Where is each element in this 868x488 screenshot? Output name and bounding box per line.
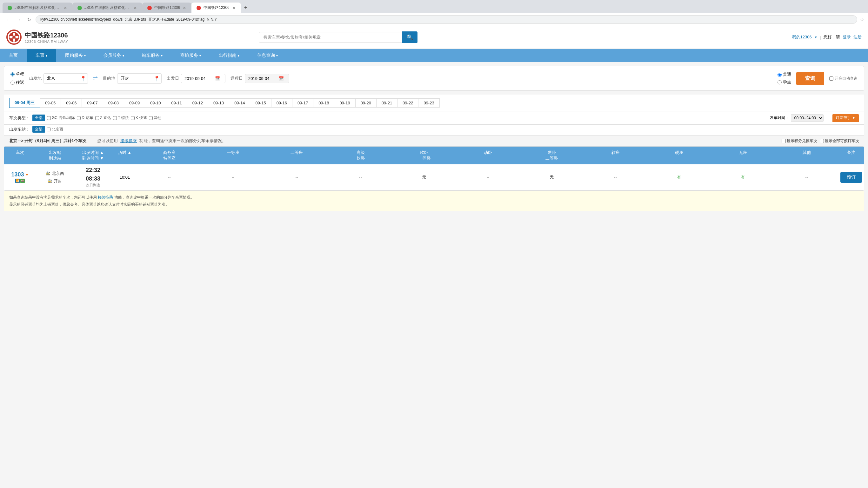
url-field[interactable]: kyfw.12306.cn/otn/leftTicket/init?linkty… bbox=[36, 15, 857, 24]
train-type-k[interactable]: K-快速 bbox=[131, 115, 147, 121]
student-ticket-label: 学生 bbox=[783, 79, 791, 85]
header-search-input[interactable] bbox=[259, 32, 402, 42]
train-number-link[interactable]: 1303 bbox=[11, 171, 24, 178]
transfer-link[interactable]: 接续换乘 bbox=[120, 138, 137, 144]
to-input-wrapper[interactable]: 📍 bbox=[117, 73, 162, 84]
date-tab-9[interactable]: 09-13 bbox=[208, 98, 229, 107]
train-type-z[interactable]: Z-直达 bbox=[95, 115, 111, 121]
date-tab-18[interactable]: 09-22 bbox=[397, 98, 418, 107]
tab-2[interactable]: JSON在线解析及格式化验证 - J... ✕ bbox=[72, 3, 142, 13]
train-type-other[interactable]: 其他 bbox=[149, 115, 161, 121]
back-button[interactable]: ← bbox=[4, 17, 12, 23]
date-tab-19[interactable]: 09-23 bbox=[418, 98, 439, 107]
station-beijing-west[interactable]: 北京西 bbox=[47, 127, 63, 132]
book-cell: 预订 bbox=[838, 169, 864, 185]
train-type-all[interactable]: 全部 bbox=[32, 115, 45, 121]
login-link[interactable]: 登录 bbox=[843, 34, 851, 40]
nav-station[interactable]: 站车服务 ▾ bbox=[133, 49, 172, 62]
depart-date-input[interactable]: 📅 bbox=[181, 74, 225, 83]
nav-group-label: 团购服务 bbox=[65, 53, 83, 58]
register-link[interactable]: 注册 bbox=[854, 34, 862, 40]
th-soft-sleeper-text: 软卧一等卧 bbox=[418, 150, 431, 161]
new-tab-button[interactable]: + bbox=[241, 3, 251, 13]
tab-close-3[interactable]: ✕ bbox=[183, 5, 186, 10]
forward-button[interactable]: → bbox=[14, 17, 23, 23]
date-tab-15[interactable]: 09-19 bbox=[334, 98, 355, 107]
tab-title-4: 中国铁路12306 bbox=[204, 5, 229, 10]
to-label: 目的地 bbox=[103, 75, 115, 81]
round-trip-option[interactable]: 往返 bbox=[10, 79, 24, 85]
tab-1[interactable]: JSON在线解析及格式化验证 - J... ✕ bbox=[3, 3, 72, 13]
refresh-button[interactable]: ↻ bbox=[25, 17, 33, 23]
train-type-gc[interactable]: GC-高铁/城际 bbox=[47, 115, 75, 121]
return-calendar-icon[interactable]: 📅 bbox=[279, 76, 284, 81]
nav-home[interactable]: 首页 bbox=[0, 49, 27, 62]
book-button[interactable]: 预订 bbox=[840, 172, 862, 183]
single-trip-option[interactable]: 单程 bbox=[10, 71, 24, 77]
return-date-value[interactable] bbox=[248, 76, 277, 81]
header-search-button[interactable]: 🔍 bbox=[402, 31, 417, 43]
query-button[interactable]: 查询 bbox=[796, 72, 824, 85]
nav-group[interactable]: 团购服务 ▾ bbox=[56, 49, 95, 62]
tab-4[interactable]: 中国铁路12306 ✕ bbox=[191, 3, 241, 13]
nav-guide-label: 出行指南 bbox=[219, 53, 237, 58]
student-ticket-radio[interactable] bbox=[777, 80, 782, 85]
return-date-input[interactable]: 📅 bbox=[245, 74, 289, 83]
date-tab-10[interactable]: 09-14 bbox=[229, 98, 250, 107]
time-range-select[interactable]: 00:00--24:00 bbox=[791, 114, 824, 122]
tab-3[interactable]: 中国铁路12306 ✕ bbox=[142, 3, 191, 13]
th-business-seat-text: 商务座特等座 bbox=[163, 150, 176, 161]
nav-info[interactable]: 信息查询 ▾ bbox=[248, 49, 287, 62]
show-points-label[interactable]: 显示积分兑换车次 bbox=[782, 138, 817, 144]
date-tab-14[interactable]: 09-18 bbox=[313, 98, 334, 107]
bookmark-icon[interactable]: ☆ bbox=[860, 17, 864, 23]
single-trip-radio[interactable] bbox=[10, 72, 14, 76]
date-tab-17[interactable]: 09-21 bbox=[376, 98, 398, 107]
train-type-t[interactable]: T-特快 bbox=[113, 115, 129, 121]
station-all[interactable]: 全部 bbox=[32, 126, 45, 133]
date-tab-2[interactable]: 09-06 bbox=[61, 98, 82, 107]
tab-close-1[interactable]: ✕ bbox=[63, 5, 67, 10]
th-premium-soft: 高级软卧 bbox=[329, 147, 393, 164]
date-tab-7[interactable]: 09-11 bbox=[166, 98, 187, 107]
date-tab-4[interactable]: 09-08 bbox=[103, 98, 124, 107]
date-tab-11[interactable]: 09-15 bbox=[250, 98, 271, 107]
date-tab-8[interactable]: 09-12 bbox=[187, 98, 208, 107]
booking-helper-button[interactable]: 订票帮手 ▼ bbox=[832, 114, 859, 122]
auto-query-checkbox[interactable] bbox=[829, 76, 833, 80]
student-ticket-option[interactable]: 学生 bbox=[777, 79, 791, 85]
nav-business[interactable]: 商旅服务 ▾ bbox=[172, 49, 210, 62]
date-tab-16[interactable]: 09-20 bbox=[355, 98, 376, 107]
train-expand-arrow[interactable]: ▼ bbox=[25, 173, 29, 177]
date-tab-3[interactable]: 09-07 bbox=[82, 98, 103, 107]
exchange-icon[interactable]: ⇌ bbox=[93, 75, 98, 82]
my-account-link[interactable]: 我的12306 bbox=[792, 34, 812, 40]
normal-ticket-option[interactable]: 普通 bbox=[777, 72, 791, 77]
th-no-seat: 无座 bbox=[711, 147, 775, 164]
date-tab-5[interactable]: 09-09 bbox=[124, 98, 145, 107]
from-input[interactable] bbox=[47, 76, 79, 81]
tab-close-4[interactable]: ✕ bbox=[232, 5, 236, 10]
hard-seat-cell: 有 bbox=[647, 172, 711, 183]
nav-member[interactable]: 会员服务 ▾ bbox=[95, 49, 133, 62]
depart-date-value[interactable] bbox=[184, 76, 213, 81]
to-input[interactable] bbox=[121, 76, 152, 81]
no-seat-cell: 有 bbox=[711, 172, 775, 183]
date-tab-6[interactable]: 09-10 bbox=[145, 98, 166, 107]
date-tab-1[interactable]: 09-05 bbox=[40, 98, 61, 107]
normal-ticket-radio[interactable] bbox=[777, 73, 782, 77]
notice-transfer-link[interactable]: 接续换乘 bbox=[98, 195, 113, 200]
nav-tickets[interactable]: 车票 ▾ bbox=[27, 49, 56, 62]
round-trip-radio[interactable] bbox=[10, 80, 14, 85]
tab-close-2[interactable]: ✕ bbox=[133, 5, 137, 10]
from-input-wrapper[interactable]: 📍 bbox=[43, 73, 88, 84]
show-all-label[interactable]: 显示全部可预订车次 bbox=[820, 138, 859, 144]
date-tab-13[interactable]: 09-17 bbox=[292, 98, 313, 107]
date-tab-0[interactable]: 09-04 周三 bbox=[9, 98, 40, 108]
nav-guide[interactable]: 出行指南 ▾ bbox=[210, 49, 248, 62]
show-all-checkbox[interactable] bbox=[820, 139, 824, 143]
depart-calendar-icon[interactable]: 📅 bbox=[215, 76, 220, 81]
date-tab-12[interactable]: 09-16 bbox=[271, 98, 292, 107]
show-points-checkbox[interactable] bbox=[782, 139, 786, 143]
train-type-d[interactable]: D-动车 bbox=[77, 115, 93, 121]
